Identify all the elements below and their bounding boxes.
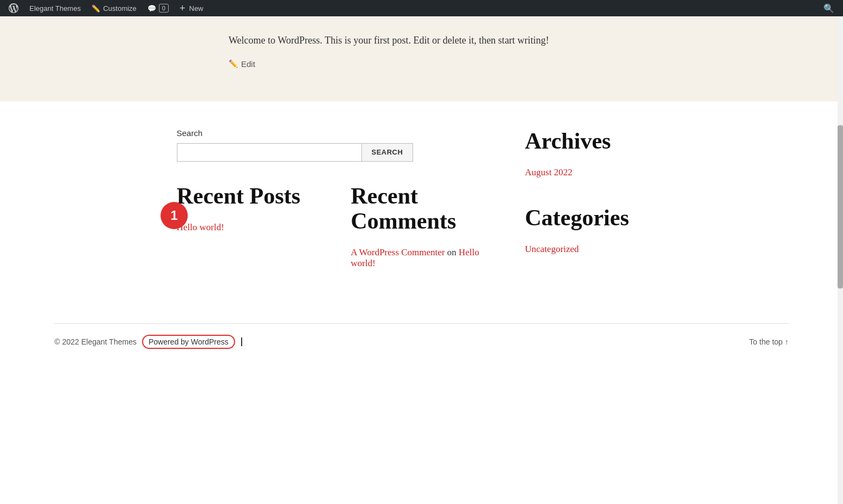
edit-link[interactable]: ✏️ Edit [229, 59, 614, 69]
comments-icon: 💬 [147, 4, 156, 13]
pencil-icon: ✏️ [91, 4, 100, 13]
commenter-link[interactable]: A WordPress Commenter [351, 247, 445, 257]
comment-item: A WordPress Commenter on Hello world! [351, 247, 493, 269]
customize-label: Customize [103, 4, 136, 13]
scrollbar[interactable] [838, 16, 843, 504]
site-name-button[interactable]: Elegant Themes [25, 0, 85, 16]
new-label: New [189, 4, 204, 13]
footer: © 2022 Elegant Themes Powered by WordPre… [0, 324, 843, 360]
admin-bar: Elegant Themes ✏️ Customize 💬 0 + New 🔍 [0, 0, 843, 16]
search-button[interactable]: SEARCH [362, 143, 414, 162]
archives-title: Archives [525, 128, 667, 153]
post-section: Welcome to WordPress. This is your first… [0, 16, 843, 101]
wp-logo-button[interactable] [4, 0, 23, 16]
footer-left: © 2022 Elegant Themes Powered by WordPre… [54, 335, 242, 349]
uncategorized-link[interactable]: Uncategorized [525, 244, 579, 254]
august-2022-link[interactable]: August 2022 [525, 167, 573, 177]
new-button[interactable]: + New [175, 0, 208, 16]
edit-label: Edit [241, 59, 255, 69]
to-the-top[interactable]: To the top ↑ [749, 337, 789, 346]
plus-icon: + [180, 3, 186, 14]
edit-icon: ✏️ [229, 59, 238, 68]
archives-widget: Archives August 2022 Categories Uncatego… [525, 128, 667, 269]
powered-by-link[interactable]: Powered by WordPress [142, 335, 235, 349]
comments-count: 0 [159, 4, 169, 13]
search-widget-title: Search [177, 128, 493, 138]
step-badge: 1 [161, 202, 188, 229]
page-wrapper: Welcome to WordPress. This is your first… [0, 16, 843, 360]
recent-comments-title: Recent Comments [351, 183, 493, 233]
post-content: Welcome to WordPress. This is your first… [229, 33, 614, 48]
site-name-label: Elegant Themes [29, 4, 81, 13]
recent-posts-title: Recent Posts [177, 183, 318, 208]
search-row: SEARCH [177, 143, 493, 162]
recent-comments-widget: Recent Comments A WordPress Commenter on… [351, 183, 493, 269]
copyright-text: © 2022 Elegant Themes [54, 337, 137, 346]
widgets-section: Search SEARCH Archives August 2022 Categ… [122, 101, 721, 302]
categories-title: Categories [525, 205, 667, 230]
customize-button[interactable]: ✏️ Customize [87, 0, 140, 16]
on-text: on [447, 247, 459, 257]
cursor-icon [241, 337, 242, 346]
scrollbar-thumb[interactable] [838, 125, 843, 288]
search-widget: Search SEARCH [177, 128, 493, 162]
search-icon: 🔍 [823, 3, 834, 14]
search-input[interactable] [177, 143, 362, 162]
admin-search-button[interactable]: 🔍 [819, 0, 839, 16]
recent-posts-widget: Recent Posts Hello world! [177, 183, 318, 269]
comments-button[interactable]: 💬 0 [143, 0, 173, 16]
